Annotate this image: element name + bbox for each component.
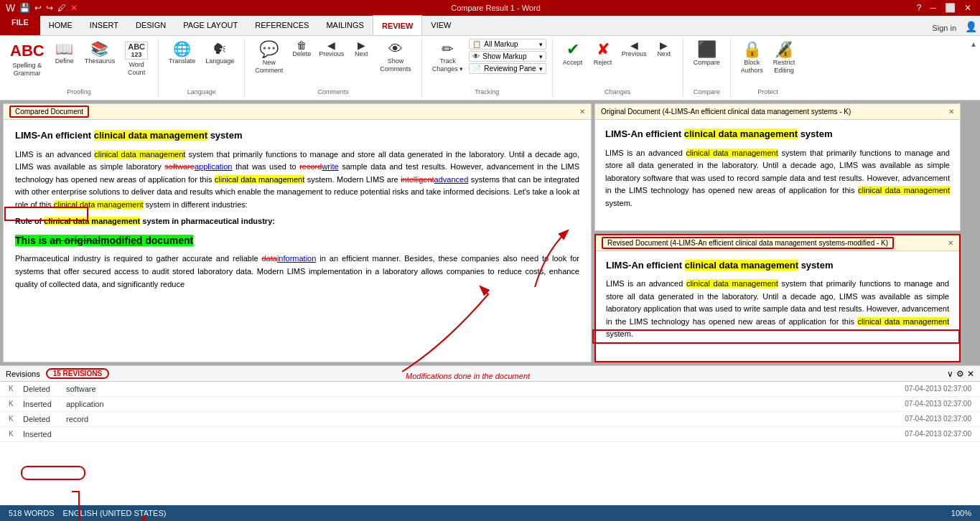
show-comments-label: ShowComments [380, 57, 411, 73]
inserted-write: write [322, 162, 338, 171]
define-btn[interactable]: 📖 Define [50, 39, 79, 68]
compared-doc-tab[interactable]: Compared Document ✕ [4, 104, 591, 120]
tab-references[interactable]: REFERENCES [246, 15, 317, 35]
title-bar: W 💾 ↩ ↪ 🖊 ✕ Compare Result 1 - Word ? ─ … [0, 0, 980, 16]
compare-label: Compare [694, 59, 720, 67]
next-change-btn[interactable]: ▶ Next [651, 39, 677, 59]
revisions-table: K Deleted software 07-04-2013 02:37:00 K… [0, 382, 980, 505]
next-comment-btn[interactable]: ▶ Next [348, 39, 374, 59]
reject-btn[interactable]: ✘ Reject [589, 39, 617, 70]
previous-comment-btn[interactable]: ◀ Previous [316, 39, 347, 59]
word-count-btn[interactable]: ABC 123 WordCount [121, 39, 152, 80]
status-bar: 518 WORDS ENGLISH (UNITED STATES) 100% [0, 505, 980, 521]
tab-home[interactable]: HOME [40, 15, 81, 35]
revisions-panel: Revisions 15 REVISIONS ∨ ⚙ ✕ K Deleted s… [0, 365, 980, 505]
tracking-items: ✏ TrackChanges ▾ 📋 All Markup ▾ 👁 Show M… [428, 39, 546, 88]
revision-row[interactable]: K Deleted software 07-04-2013 02:37:00 [0, 382, 980, 397]
rev-author: K [9, 430, 23, 438]
close-btn[interactable]: ✕ [961, 3, 974, 13]
show-markup-btn[interactable]: 👁 Show Markup ▾ [469, 51, 546, 62]
revisions-collapse-btn[interactable]: ∨ [947, 369, 953, 379]
original-doc-close[interactable]: ✕ [948, 108, 954, 116]
tab-review[interactable]: REVIEW [373, 15, 422, 35]
ribbon-group-tracking: ✏ TrackChanges ▾ 📋 All Markup ▾ 👁 Show M… [422, 39, 553, 97]
quick-redo[interactable]: ↪ [46, 3, 53, 13]
translate-icon: 🌐 [173, 42, 191, 56]
revisions-count-badge[interactable]: 15 REVISIONS [46, 368, 109, 379]
language-status: ENGLISH (UNITED STATES) [63, 509, 167, 517]
ribbon-collapse[interactable]: ▲ [967, 39, 980, 97]
restrict-editing-btn[interactable]: 🔏 RestrictEditing [769, 39, 800, 78]
language-btn[interactable]: 🗣 Language [201, 39, 238, 68]
rev-type: Deleted [23, 385, 66, 393]
proofing-items: ABC Spelling &Grammar 📖 Define 📚 Thesaur… [6, 39, 152, 88]
tab-insert[interactable]: INSERT [81, 15, 127, 35]
new-comment-btn[interactable]: 💬 NewComment [251, 39, 287, 78]
all-markup-btn[interactable]: 📋 All Markup ▾ [469, 39, 546, 50]
tab-view[interactable]: VIEW [422, 15, 459, 35]
original-doc-tab-label: Original Document (4-LIMS-An efficient c… [601, 108, 851, 116]
show-comments-btn[interactable]: 👁 ShowComments [375, 39, 416, 76]
all-markup-arrow: ▾ [539, 41, 543, 48]
revisions-settings-btn[interactable]: ⚙ [956, 369, 964, 379]
tab-page-layout[interactable]: PAGE LAYOUT [174, 15, 246, 35]
title-bar-left: W 💾 ↩ ↪ 🖊 ✕ [6, 2, 78, 14]
revised-doc-tab[interactable]: Revised Document (4-LIMS-An efficient cl… [596, 235, 959, 251]
spelling-grammar-btn[interactable]: ABC Spelling &Grammar [6, 39, 49, 80]
revisions-close-btn[interactable]: ✕ [967, 369, 974, 379]
quick-undo[interactable]: ↩ [34, 3, 42, 13]
help-btn[interactable]: ? [914, 3, 925, 13]
quick-close[interactable]: ✕ [70, 3, 78, 13]
original-doc-tab[interactable]: Original Document (4-LIMS-An efficient c… [595, 104, 960, 120]
track-changes-btn[interactable]: ✏ TrackChanges ▾ [428, 39, 468, 76]
revision-row[interactable]: K Inserted application 07-04-2013 02:37:… [0, 397, 980, 412]
orig-title-highlight: clinical data management [684, 128, 798, 139]
revision-row[interactable]: K Inserted 07-04-2013 02:37:00 [0, 427, 980, 442]
previous-change-btn[interactable]: ◀ Previous [619, 39, 650, 59]
accept-btn[interactable]: ✔ Accept [559, 39, 587, 70]
revisions-controls: ∨ ⚙ ✕ [947, 369, 974, 379]
rev-highlight-2: clinical data management [857, 317, 949, 326]
original-doc-body: LIMS is an advanced clinical data manage… [605, 147, 950, 210]
compared-doc-close[interactable]: ✕ [579, 108, 585, 116]
revision-row[interactable]: K Deleted record 07-04-2013 02:37:00 [0, 412, 980, 427]
revised-doc-close[interactable]: ✕ [948, 239, 953, 247]
compared-doc-title: LIMS-An efficient clinical data manageme… [15, 128, 579, 143]
delete-comment-icon: 🗑 [297, 40, 307, 50]
highlight-cdm-2: clinical data management [215, 175, 304, 184]
inserted-advanced: advanced [434, 175, 469, 184]
rev-type: Inserted [23, 430, 66, 438]
next-comment-icon: ▶ [358, 40, 365, 50]
reviewing-pane-btn[interactable]: 📄 Reviewing Pane ▾ [469, 63, 546, 74]
inserted-application: application [195, 162, 233, 171]
rev-text: record [66, 415, 905, 423]
quick-print[interactable]: 🖊 [57, 3, 66, 13]
quick-save[interactable]: 💾 [19, 3, 30, 13]
language-label: Language [205, 57, 234, 65]
thesaurus-label: Thesaurus [85, 57, 116, 65]
original-doc-panel: Original Document (4-LIMS-An efficient c… [594, 103, 961, 231]
next-comment-label: Next [355, 50, 368, 57]
tab-file[interactable]: FILE [0, 15, 40, 35]
window-title: Compare Result 1 - Word [78, 4, 914, 12]
original-doc-content: LIMS-An efficient clinical data manageme… [595, 120, 960, 230]
delete-comment-btn[interactable]: 🗑 Delete [289, 39, 314, 59]
reviewing-pane-arrow: ▾ [539, 65, 543, 72]
language-group-label: Language [187, 88, 216, 97]
compare-btn[interactable]: ⬛ Compare [689, 39, 724, 70]
accept-label: Accept [563, 59, 583, 67]
maximize-btn[interactable]: ⬜ [942, 3, 958, 13]
tab-design[interactable]: DESIGN [127, 15, 174, 35]
restrict-editing-icon: 🔏 [774, 42, 793, 57]
define-label: Define [55, 57, 74, 65]
delete-comment-label: Delete [292, 50, 311, 57]
tab-mailings[interactable]: MAILINGS [317, 15, 373, 35]
block-authors-btn[interactable]: 🔒 BlockAuthors [737, 39, 767, 78]
translate-btn[interactable]: 🌐 Translate [164, 39, 200, 68]
thesaurus-btn[interactable]: 📚 Thesaurus [80, 39, 120, 68]
revisions-header: Revisions 15 REVISIONS ∨ ⚙ ✕ [0, 366, 980, 382]
accept-icon: ✔ [566, 42, 579, 57]
markup-controls: 📋 All Markup ▾ 👁 Show Markup ▾ 📄 Reviewi… [469, 39, 546, 74]
minimize-btn[interactable]: ─ [927, 3, 939, 13]
signin-label[interactable]: Sign in [926, 21, 962, 35]
